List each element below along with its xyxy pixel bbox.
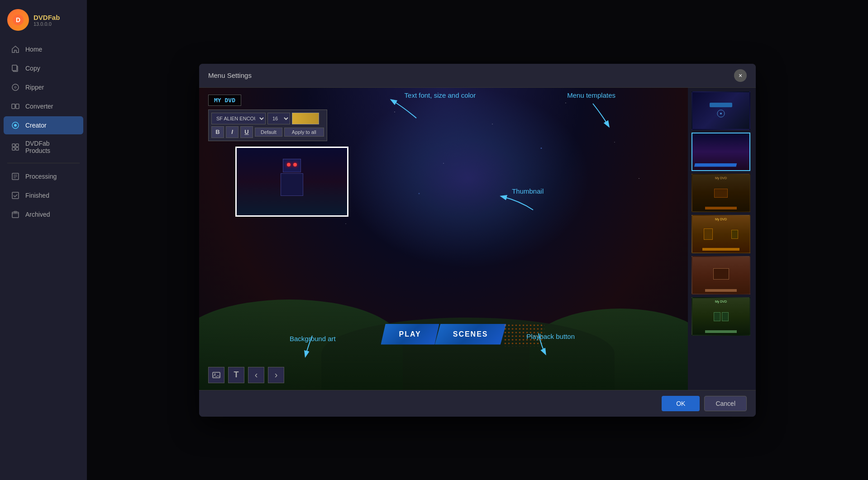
text-font-arrow: [385, 93, 421, 120]
robot-body: [281, 173, 303, 196]
modal-title: Menu Settings: [208, 71, 252, 79]
template-item-4[interactable]: My DVD: [692, 215, 750, 253]
font-family-select[interactable]: SF ALIEN ENCOU: [211, 113, 266, 124]
menu-templates-arrow: [579, 97, 615, 133]
svg-rect-12: [12, 147, 15, 150]
svg-text:D: D: [16, 16, 20, 24]
modal-footer: OK Cancel: [199, 390, 756, 417]
sidebar-item-label-creator: Creator: [25, 122, 47, 129]
sidebar-item-label-processing: Processing: [25, 173, 57, 180]
image-icon: [212, 371, 221, 380]
dvdfab-products-icon: [11, 143, 20, 152]
app-version: 13.0.0.0: [33, 21, 60, 27]
sidebar-item-dvdfab-products[interactable]: DVDFab Products: [4, 135, 83, 159]
finished-icon: [11, 191, 20, 200]
svg-point-9: [14, 124, 17, 127]
processing-icon: [11, 172, 20, 181]
robot-eyes: [283, 159, 300, 170]
archived-icon: [11, 210, 20, 219]
app-name: DVDFab: [33, 14, 60, 21]
logo-text: DVDFab 13.0.0.0: [33, 14, 60, 27]
main-content: Menu Settings ×: [87, 0, 868, 480]
sidebar-divider: [7, 163, 80, 163]
copy-icon: [11, 64, 20, 73]
font-size-select[interactable]: 16: [267, 113, 290, 124]
thumbnail-arrow: [492, 187, 538, 223]
sidebar-item-converter[interactable]: Converter: [4, 97, 83, 115]
sidebar-item-creator[interactable]: Creator: [4, 116, 83, 134]
template-item-2[interactable]: [692, 133, 750, 171]
template-sidebar: My DVD My DVD: [688, 88, 756, 390]
robot-eye-right: [293, 163, 297, 166]
cancel-button[interactable]: Cancel: [704, 396, 747, 411]
scenes-button[interactable]: SCENES: [435, 324, 506, 345]
svg-rect-10: [12, 144, 15, 147]
color-picker[interactable]: [292, 113, 319, 124]
sidebar-item-label-dvdfab-products: DVDFab Products: [25, 140, 76, 154]
prev-icon: ‹: [255, 370, 258, 380]
svg-rect-6: [12, 104, 15, 109]
svg-point-4: [12, 84, 19, 90]
home-icon: [11, 45, 20, 54]
converter-icon: [11, 102, 20, 111]
thumbnail-figure: [237, 148, 347, 215]
bold-button[interactable]: B: [211, 126, 224, 138]
apply-all-button[interactable]: Apply to all: [284, 128, 324, 137]
svg-rect-7: [16, 104, 19, 109]
svg-rect-11: [16, 144, 19, 147]
image-toolbar-button[interactable]: [208, 367, 224, 383]
creator-icon: [11, 121, 20, 130]
font-toolbar: SF ALIEN ENCOU 16 B I U: [208, 109, 327, 141]
dvd-preview: MY DVD SF ALIEN ENCOU 16: [199, 88, 688, 390]
svg-rect-19: [12, 212, 19, 218]
logo-icon: D: [7, 9, 29, 31]
default-button[interactable]: Default: [255, 128, 282, 137]
robot-silhouette: [274, 159, 310, 204]
svg-point-27: [720, 113, 722, 114]
playback-button-arrow: [516, 329, 552, 361]
template-item-5[interactable]: [692, 256, 750, 295]
play-button[interactable]: PLAY: [381, 324, 439, 345]
sidebar-item-home[interactable]: Home: [4, 40, 83, 58]
template-item-1[interactable]: [692, 91, 750, 130]
next-toolbar-button[interactable]: ›: [268, 367, 284, 383]
ok-button[interactable]: OK: [662, 396, 700, 411]
app-logo: D DVDFab 13.0.0.0: [0, 5, 87, 40]
prev-toolbar-button[interactable]: ‹: [248, 367, 264, 383]
template-item-6[interactable]: My DVD: [692, 297, 750, 336]
template-item-3[interactable]: My DVD: [692, 174, 750, 212]
italic-button[interactable]: I: [226, 126, 238, 138]
ripper-icon: [11, 83, 20, 92]
modal-overlay: Menu Settings ×: [87, 0, 868, 480]
preview-bottom-toolbar: T ‹ ›: [208, 367, 284, 383]
sidebar: D DVDFab 13.0.0.0 Home Copy: [0, 0, 87, 480]
sidebar-item-ripper[interactable]: Ripper: [4, 78, 83, 96]
svg-point-5: [14, 86, 16, 88]
dvd-thumbnail[interactable]: [235, 147, 348, 217]
text-toolbar-button[interactable]: T: [228, 367, 244, 383]
robot-eye-left: [287, 163, 291, 166]
svg-rect-3: [12, 65, 17, 71]
sidebar-item-archived[interactable]: Archived: [4, 205, 83, 223]
sidebar-item-label-home: Home: [25, 46, 42, 53]
sidebar-item-label-ripper: Ripper: [25, 84, 44, 91]
modal-close-button[interactable]: ×: [734, 69, 747, 82]
sidebar-item-label-archived: Archived: [25, 211, 50, 218]
background-art-arrow: [299, 331, 326, 363]
sidebar-item-label-copy: Copy: [25, 65, 40, 72]
sidebar-item-finished[interactable]: Finished: [4, 186, 83, 204]
modal-body: MY DVD SF ALIEN ENCOU 16: [199, 88, 756, 390]
robot-head: [283, 159, 301, 172]
playback-area: PLAY SCENES: [381, 324, 506, 345]
next-icon: ›: [275, 370, 278, 380]
sidebar-item-label-converter: Converter: [25, 103, 53, 110]
nebula-effect: [346, 88, 590, 269]
dvd-title-bar[interactable]: MY DVD: [208, 95, 241, 106]
modal-header: Menu Settings ×: [199, 64, 756, 88]
sidebar-item-label-finished: Finished: [25, 192, 49, 199]
preview-area: MY DVD SF ALIEN ENCOU 16: [199, 88, 688, 390]
template-1-preview: [716, 109, 725, 118]
underline-button[interactable]: U: [240, 126, 253, 138]
sidebar-item-processing[interactable]: Processing: [4, 167, 83, 185]
sidebar-item-copy[interactable]: Copy: [4, 59, 83, 77]
